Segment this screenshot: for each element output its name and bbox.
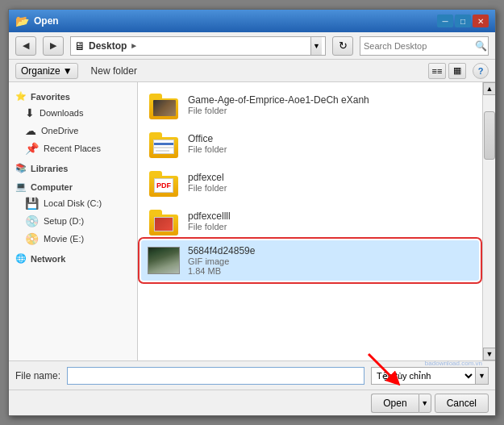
computer-label: Computer bbox=[31, 182, 73, 192]
file-info-game: Game-Age-of-Emprice-Aoe1-DeCh eXanh File… bbox=[188, 94, 473, 115]
sidebar-item-local-disk[interactable]: 💾 Local Disk (C:) bbox=[9, 194, 137, 212]
downloads-label: Downloads bbox=[40, 108, 83, 118]
file-item-gif[interactable]: 5684f4d24859e GIF image 1.84 MB bbox=[141, 240, 479, 281]
new-folder-button[interactable]: New folder bbox=[85, 64, 144, 78]
network-header[interactable]: 🌐 Network bbox=[9, 251, 137, 266]
view-grid-button[interactable]: ▦ bbox=[448, 63, 466, 79]
file-item-office[interactable]: Office File folder bbox=[141, 124, 479, 163]
file-thumb-gif bbox=[148, 246, 180, 275]
address-arrow-icon: ► bbox=[130, 41, 138, 50]
local-disk-label: Local Disk (C:) bbox=[44, 198, 102, 208]
organize-label: Organize bbox=[21, 65, 60, 77]
file-name-pdfexcel: pdfexcel bbox=[188, 172, 473, 183]
scroll-down-button[interactable]: ▼ bbox=[483, 348, 495, 360]
bottom-bar: File name: Tệp tùy chỉnh ▼ bbox=[9, 360, 495, 390]
filetype-container: Tệp tùy chỉnh ▼ bbox=[371, 367, 489, 385]
network-label: Network bbox=[31, 254, 65, 264]
scroll-up-button[interactable]: ▲ bbox=[483, 82, 495, 95]
file-item-pdfexcellll[interactable]: pdfexcellll File folder bbox=[141, 202, 479, 240]
open-button[interactable]: Open bbox=[371, 394, 418, 413]
file-info-pdfexcellll: pdfexcellll File folder bbox=[188, 210, 473, 231]
computer-header[interactable]: 💻 Computer bbox=[9, 179, 137, 194]
action-bar: Open ▼ Cancel bbox=[9, 390, 495, 415]
second-toolbar: Organize ▼ New folder ≡≡ ▦ ? bbox=[9, 60, 495, 82]
file-thumb-pdfexcel: PDF bbox=[148, 168, 180, 197]
libraries-label: Libraries bbox=[31, 164, 68, 173]
address-toolbar: ◀ ▶ 🖥 Desktop ► ▼ ↻ 🔍 bbox=[9, 32, 495, 60]
file-thumb-office bbox=[148, 129, 180, 158]
file-info-office: Office File folder bbox=[188, 133, 473, 154]
search-bar: 🔍 bbox=[360, 36, 489, 56]
close-button[interactable]: ✕ bbox=[473, 15, 489, 27]
sidebar-item-downloads[interactable]: ⬇ Downloads bbox=[9, 104, 137, 122]
sidebar-item-movie-e[interactable]: 📀 Movie (E:) bbox=[9, 230, 137, 248]
file-name-office: Office bbox=[188, 133, 473, 144]
computer-section: 💻 Computer 💾 Local Disk (C:) 💿 Setup (D:… bbox=[9, 179, 137, 248]
filetype-arrow[interactable]: ▼ bbox=[476, 367, 489, 385]
file-item-pdfexcel[interactable]: PDF pdfexcel File folder bbox=[141, 163, 479, 202]
forward-button[interactable]: ▶ bbox=[43, 36, 64, 56]
computer-icon: 💻 bbox=[15, 181, 27, 192]
file-list: Game-Age-of-Emprice-Aoe1-DeCh eXanh File… bbox=[138, 82, 482, 360]
sidebar: ⭐ Favorites ⬇ Downloads ☁ OneDrive 📌 Rec… bbox=[9, 82, 138, 360]
file-name-game: Game-Age-of-Emprice-Aoe1-DeCh eXanh bbox=[188, 94, 473, 106]
back-button[interactable]: ◀ bbox=[15, 36, 36, 56]
address-text: Desktop bbox=[89, 40, 127, 52]
view-icons: ≡≡ ▦ bbox=[428, 63, 466, 79]
file-item-game[interactable]: Game-Age-of-Emprice-Aoe1-DeCh eXanh File… bbox=[141, 85, 479, 124]
libraries-icon: 📚 bbox=[15, 163, 27, 173]
title-bar: 📂 Open ─ □ ✕ bbox=[9, 10, 495, 32]
file-type-pdfexcel: File folder bbox=[188, 183, 473, 193]
recent-places-icon: 📌 bbox=[25, 142, 39, 155]
help-button[interactable]: ? bbox=[473, 63, 489, 79]
organize-button[interactable]: Organize ▼ bbox=[15, 63, 78, 79]
scroll-track[interactable] bbox=[483, 95, 495, 348]
network-icon: 🌐 bbox=[15, 253, 27, 264]
filename-label: File name: bbox=[15, 370, 60, 381]
file-thumb-game bbox=[148, 90, 180, 119]
file-type-pdfexcellll: File folder bbox=[188, 222, 473, 231]
movie-e-label: Movie (E:) bbox=[44, 234, 84, 244]
movie-e-icon: 📀 bbox=[25, 232, 39, 245]
recent-places-label: Recent Places bbox=[44, 144, 101, 153]
search-input[interactable] bbox=[364, 41, 475, 51]
libraries-header[interactable]: 📚 Libraries bbox=[9, 160, 137, 176]
address-dropdown-button[interactable]: ▼ bbox=[310, 37, 322, 55]
favorites-header[interactable]: ⭐ Favorites bbox=[9, 89, 137, 104]
filetype-select[interactable]: Tệp tùy chỉnh bbox=[371, 367, 476, 385]
gif-preview bbox=[148, 247, 180, 274]
address-bar[interactable]: 🖥 Desktop ► ▼ bbox=[70, 36, 326, 56]
organize-arrow-icon: ▼ bbox=[63, 65, 73, 77]
dialog-title: Open bbox=[34, 15, 59, 27]
file-type-game: File folder bbox=[188, 106, 473, 115]
sidebar-item-setup-d[interactable]: 💿 Setup (D:) bbox=[9, 212, 137, 230]
filename-input[interactable] bbox=[67, 367, 364, 385]
file-name-pdfexcellll: pdfexcellll bbox=[188, 210, 473, 222]
open-dropdown-button[interactable]: ▼ bbox=[419, 394, 431, 413]
help-label: ? bbox=[478, 66, 484, 76]
dialog-icon: 📂 bbox=[15, 15, 29, 27]
minimize-button[interactable]: ─ bbox=[437, 15, 453, 27]
downloads-icon: ⬇ bbox=[25, 106, 35, 119]
refresh-button[interactable]: ↻ bbox=[332, 36, 353, 56]
sidebar-item-onedrive[interactable]: ☁ OneDrive bbox=[9, 122, 137, 140]
sidebar-item-recent-places[interactable]: 📌 Recent Places bbox=[9, 140, 137, 157]
scroll-thumb[interactable] bbox=[484, 111, 495, 160]
file-name-gif: 5684f4d24859e bbox=[188, 245, 473, 256]
cancel-button[interactable]: Cancel bbox=[435, 394, 489, 413]
file-thumb-pdfexcellll bbox=[148, 206, 180, 235]
onedrive-icon: ☁ bbox=[25, 124, 36, 137]
network-section: 🌐 Network bbox=[9, 251, 137, 266]
file-type-gif: GIF image bbox=[188, 256, 473, 266]
view-list-button[interactable]: ≡≡ bbox=[428, 63, 446, 79]
onedrive-label: OneDrive bbox=[41, 126, 78, 135]
scrollbar: ▲ ▼ bbox=[482, 82, 495, 360]
open-button-container: Open ▼ bbox=[371, 394, 431, 413]
file-info-pdfexcel: pdfexcel File folder bbox=[188, 172, 473, 193]
favorites-section: ⭐ Favorites ⬇ Downloads ☁ OneDrive 📌 Rec… bbox=[9, 89, 137, 157]
setup-d-label: Setup (D:) bbox=[44, 216, 84, 226]
maximize-button[interactable]: □ bbox=[455, 15, 471, 27]
search-icon[interactable]: 🔍 bbox=[475, 40, 487, 52]
setup-d-icon: 💿 bbox=[25, 215, 39, 227]
file-info-gif: 5684f4d24859e GIF image 1.84 MB bbox=[188, 245, 473, 276]
